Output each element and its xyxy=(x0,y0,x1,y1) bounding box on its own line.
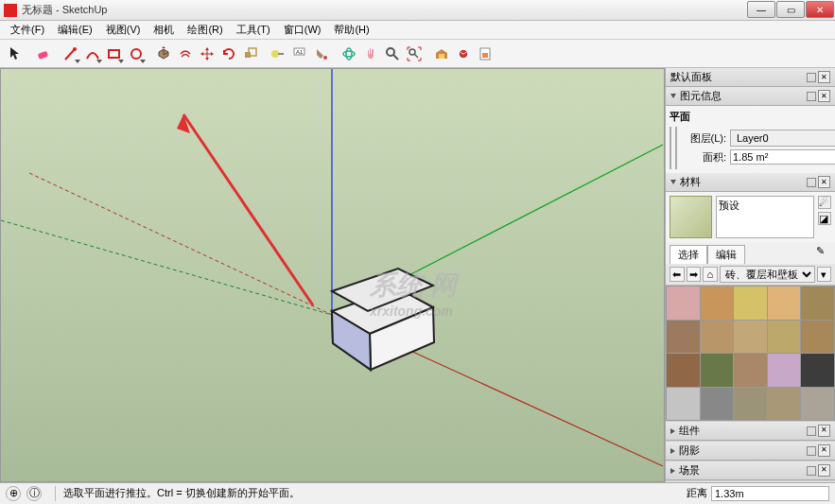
panel-close-button[interactable]: ✕ xyxy=(818,90,830,102)
materials-tabs: 选择 编辑 ✎ xyxy=(666,242,835,264)
panel-pin-icon[interactable] xyxy=(807,92,816,101)
scale-tool[interactable] xyxy=(240,43,261,64)
library-menu-button[interactable]: ▾ xyxy=(817,267,832,282)
title-bar: 无标题 - SketchUp — ▭ ✕ xyxy=(0,0,835,21)
material-swatch[interactable] xyxy=(667,287,700,320)
panel-pin-icon[interactable] xyxy=(807,178,816,187)
tab-edit[interactable]: 编辑 xyxy=(707,245,745,264)
face-back-thumb[interactable] xyxy=(675,127,677,169)
material-name[interactable]: 预设 xyxy=(716,196,814,238)
extension-warehouse-tool[interactable] xyxy=(453,43,474,64)
sample-material-button[interactable]: ☄ xyxy=(818,196,831,209)
orbit-tool[interactable] xyxy=(339,43,359,64)
material-swatch[interactable] xyxy=(734,321,767,354)
current-material-thumb[interactable] xyxy=(670,196,712,238)
warehouse-tool[interactable] xyxy=(431,43,452,64)
materials-header[interactable]: 材料 ✕ xyxy=(666,173,835,192)
pushpull-tool[interactable] xyxy=(153,43,174,64)
material-swatch[interactable] xyxy=(768,287,801,320)
material-swatch[interactable] xyxy=(768,321,801,354)
move-tool[interactable] xyxy=(197,43,217,64)
line-tool[interactable] xyxy=(61,43,81,64)
menu-camera[interactable]: 相机 xyxy=(147,21,181,39)
material-swatch[interactable] xyxy=(801,354,834,387)
arc-tool[interactable] xyxy=(82,43,103,64)
offset-tool[interactable] xyxy=(175,43,196,64)
zoom-tool[interactable] xyxy=(382,43,403,64)
panel-close-button[interactable]: ✕ xyxy=(818,464,830,477)
menu-file[interactable]: 文件(F) xyxy=(4,21,51,39)
pencil-icon[interactable]: ✎ xyxy=(816,245,831,260)
layer-select[interactable]: Layer0 xyxy=(730,130,835,147)
entity-info-header[interactable]: 图元信息 ✕ xyxy=(666,87,835,106)
entity-type: 平面 xyxy=(670,110,831,124)
layout-tool[interactable] xyxy=(475,43,496,64)
tab-select[interactable]: 选择 xyxy=(670,245,707,264)
text-tool[interactable]: A1 xyxy=(289,43,310,64)
material-swatch[interactable] xyxy=(768,388,801,421)
default-material-button[interactable]: ◪ xyxy=(818,212,831,225)
material-swatch[interactable] xyxy=(801,321,834,354)
material-swatch[interactable] xyxy=(701,388,734,421)
material-swatch[interactable] xyxy=(667,388,700,421)
material-swatch[interactable] xyxy=(701,287,734,320)
materials-grid-container xyxy=(666,286,835,421)
credits-icon[interactable]: ⓘ xyxy=(26,486,42,501)
select-tool[interactable] xyxy=(6,43,26,64)
panel-shadows-header[interactable]: 阴影✕ xyxy=(666,441,835,461)
maximize-button[interactable]: ▭ xyxy=(776,1,805,18)
menu-window[interactable]: 窗口(W) xyxy=(277,21,328,39)
panel-scenes-header[interactable]: 场景✕ xyxy=(666,461,835,480)
back-button[interactable]: ⬅ xyxy=(670,267,685,282)
expand-icon xyxy=(670,428,675,434)
menu-edit[interactable]: 编辑(E) xyxy=(51,21,99,39)
menu-view[interactable]: 视图(V) xyxy=(99,21,148,39)
material-swatch[interactable] xyxy=(734,388,767,421)
circle-tool[interactable] xyxy=(126,43,147,64)
material-swatch[interactable] xyxy=(667,321,700,354)
tray-title: 默认面板 xyxy=(670,70,712,84)
material-swatch[interactable] xyxy=(734,287,767,320)
panel-components-header[interactable]: 组件✕ xyxy=(666,421,835,441)
panel-pin-icon[interactable] xyxy=(807,426,816,436)
close-button[interactable]: ✕ xyxy=(806,1,834,18)
geo-icon[interactable]: ⊕ xyxy=(6,486,21,501)
3d-viewport[interactable]: 系统 网 xrxitong.com xyxy=(0,68,665,482)
collapse-icon xyxy=(670,94,676,98)
forward-button[interactable]: ➡ xyxy=(687,267,702,282)
zoom-extents-tool[interactable] xyxy=(404,43,425,64)
tray-header[interactable]: 默认面板 ✕ xyxy=(666,68,835,87)
measure-input[interactable] xyxy=(711,486,829,501)
svg-rect-19 xyxy=(482,53,488,58)
material-swatch[interactable] xyxy=(701,321,734,354)
rotate-tool[interactable] xyxy=(218,43,239,64)
tray-close-button[interactable]: ✕ xyxy=(818,71,830,83)
menu-tools[interactable]: 工具(T) xyxy=(230,21,277,39)
material-category-select[interactable]: 砖、覆层和壁板 xyxy=(720,266,815,283)
tape-tool[interactable] xyxy=(268,43,288,64)
panel-pin-icon[interactable] xyxy=(807,446,816,456)
material-swatch[interactable] xyxy=(734,354,767,387)
panel-instructor-header[interactable]: 工具向导✕ xyxy=(666,480,835,482)
material-swatch[interactable] xyxy=(701,354,734,387)
minimize-button[interactable]: — xyxy=(747,1,775,18)
home-button[interactable]: ⌂ xyxy=(703,267,718,282)
menu-help[interactable]: 帮助(H) xyxy=(327,21,375,39)
menu-draw[interactable]: 绘图(R) xyxy=(181,21,229,39)
eraser-tool[interactable] xyxy=(33,43,54,64)
material-swatch[interactable] xyxy=(667,354,700,387)
panel-close-button[interactable]: ✕ xyxy=(818,176,830,188)
panel-close-button[interactable]: ✕ xyxy=(818,444,830,457)
rectangle-tool[interactable] xyxy=(104,43,125,64)
panel-pin-icon[interactable] xyxy=(807,466,816,476)
material-swatch[interactable] xyxy=(768,354,801,387)
pan-tool[interactable] xyxy=(360,43,381,64)
tray-pin-icon[interactable] xyxy=(807,73,816,82)
area-value xyxy=(730,149,835,165)
paint-tool[interactable] xyxy=(311,43,332,64)
material-swatch[interactable] xyxy=(801,388,834,421)
face-front-thumb[interactable] xyxy=(670,127,671,169)
panel-close-button[interactable]: ✕ xyxy=(818,425,830,437)
svg-point-3 xyxy=(131,49,141,59)
material-swatch[interactable] xyxy=(801,287,834,320)
